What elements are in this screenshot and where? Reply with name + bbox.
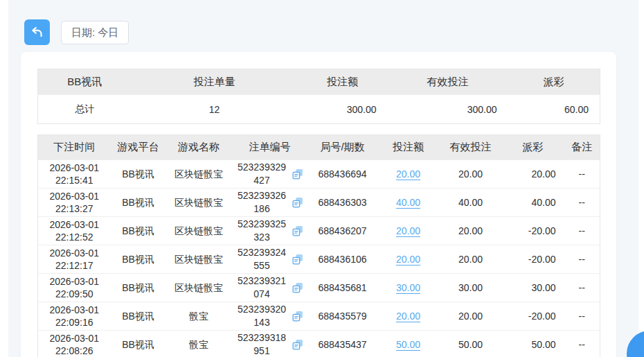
bet-amount-link[interactable]: 20.00 bbox=[396, 311, 420, 322]
back-button[interactable] bbox=[24, 19, 50, 45]
bet-amount-cell: 30.00 bbox=[377, 274, 440, 302]
copy-order-button[interactable] bbox=[292, 168, 304, 180]
platform-cell: BB视讯 bbox=[111, 302, 166, 331]
detail-col-bet-amount: 投注额 bbox=[377, 135, 440, 160]
copy-order-button[interactable] bbox=[292, 338, 304, 351]
table-row: 2026-03-01 22:15:41 BB视讯 区块链骰宝 523239329… bbox=[38, 160, 600, 189]
round-no-cell: 688436207 bbox=[308, 217, 377, 245]
bet-amount-link[interactable]: 20.00 bbox=[396, 225, 420, 236]
detail-col-bet-time: 下注时间 bbox=[38, 135, 111, 160]
bet-amount-cell: 20.00 bbox=[377, 160, 440, 189]
valid-bet-cell: 40.00 bbox=[440, 189, 502, 217]
summary-total-payout: 60.00 bbox=[508, 95, 600, 124]
summary-col-bet-amount: 投注额 bbox=[298, 69, 388, 95]
platform-cell: BB视讯 bbox=[111, 189, 166, 217]
report-card: BB视讯 投注单量 投注额 有效投注 派彩 总计 12 300.00 300.0… bbox=[21, 52, 616, 357]
valid-bet-cell: 50.00 bbox=[440, 331, 502, 357]
report-page: 日期: 今日 BB视讯 投注单量 投注额 有效投注 派彩 总计 12 300.0… bbox=[8, 0, 638, 357]
bet-time-cell: 2026-03-01 22:09:16 bbox=[38, 302, 111, 331]
valid-bet-cell: 20.00 bbox=[440, 160, 502, 189]
payout-cell: -20.00 bbox=[502, 245, 564, 274]
payout-cell: 20.00 bbox=[502, 160, 564, 189]
floating-action-button[interactable] bbox=[627, 331, 644, 357]
order-no-cell: 523239326186 bbox=[232, 189, 308, 217]
remark-cell: -- bbox=[564, 245, 600, 274]
summary-table: BB视讯 投注单量 投注额 有效投注 派彩 总计 12 300.00 300.0… bbox=[37, 69, 600, 124]
bet-amount-link[interactable]: 50.00 bbox=[396, 339, 420, 350]
copy-icon bbox=[292, 168, 304, 180]
order-number: 523239318951 bbox=[235, 331, 288, 357]
valid-bet-cell: 20.00 bbox=[440, 217, 502, 245]
valid-bet-cell: 30.00 bbox=[440, 274, 502, 302]
bet-time-cell: 2026-03-01 22:13:27 bbox=[38, 189, 111, 217]
bet-amount-link[interactable]: 30.00 bbox=[396, 282, 420, 293]
bet-amount-cell: 40.00 bbox=[377, 189, 440, 217]
payout-cell: 50.00 bbox=[502, 331, 564, 357]
copy-order-button[interactable] bbox=[292, 225, 304, 237]
remark-cell: -- bbox=[564, 160, 600, 189]
detail-col-round-no: 局号/期数 bbox=[308, 135, 377, 160]
order-number: 523239325323 bbox=[235, 218, 288, 244]
bet-time-cell: 2026-03-01 22:08:26 bbox=[38, 331, 111, 357]
table-row: 2026-03-01 22:12:52 BB视讯 区块链骰宝 523239325… bbox=[38, 217, 600, 245]
detail-col-game-name: 游戏名称 bbox=[166, 135, 232, 160]
copy-icon bbox=[292, 281, 304, 294]
order-no-cell: 523239329427 bbox=[232, 160, 308, 189]
summary-total-label: 总计 bbox=[38, 95, 132, 124]
table-row: 2026-03-01 22:09:16 BB视讯 骰宝 523239320143… bbox=[38, 302, 600, 331]
order-no-cell: 523239318951 bbox=[232, 331, 308, 357]
remark-cell: -- bbox=[564, 331, 600, 357]
payout-cell: -20.00 bbox=[502, 217, 564, 245]
copy-order-button[interactable] bbox=[292, 281, 304, 294]
valid-bet-cell: 20.00 bbox=[440, 245, 502, 274]
bet-time-cell: 2026-03-01 22:12:17 bbox=[38, 245, 111, 274]
copy-icon bbox=[292, 338, 304, 351]
copy-icon bbox=[292, 225, 304, 237]
remark-cell: -- bbox=[564, 302, 600, 331]
order-number: 523239329427 bbox=[235, 161, 288, 187]
bet-amount-link[interactable]: 20.00 bbox=[396, 168, 420, 180]
platform-cell: BB视讯 bbox=[111, 160, 166, 189]
date-filter-label: 日期: 今日 bbox=[71, 26, 118, 40]
round-no-cell: 688436303 bbox=[308, 189, 377, 217]
payout-cell: -20.00 bbox=[502, 302, 564, 331]
date-filter-chip[interactable]: 日期: 今日 bbox=[61, 21, 129, 44]
game-name-cell: 区块链骰宝 bbox=[166, 189, 232, 217]
payout-cell: 30.00 bbox=[502, 274, 564, 302]
summary-total-row: 总计 12 300.00 300.00 60.00 bbox=[38, 95, 600, 124]
copy-order-button[interactable] bbox=[292, 310, 304, 322]
round-no-cell: 688436106 bbox=[308, 245, 377, 274]
remark-cell: -- bbox=[564, 217, 600, 245]
detail-col-remark: 备注 bbox=[564, 135, 600, 160]
bet-time-cell: 2026-03-01 22:09:50 bbox=[38, 274, 111, 302]
detail-header-row: 下注时间 游戏平台 游戏名称 注单编号 局号/期数 投注额 有效投注 派彩 备注 bbox=[38, 135, 600, 160]
bet-amount-link[interactable]: 20.00 bbox=[396, 254, 420, 265]
game-name-cell: 骰宝 bbox=[166, 302, 232, 331]
copy-order-button[interactable] bbox=[292, 253, 304, 265]
detail-col-valid-bet: 有效投注 bbox=[440, 135, 502, 160]
copy-order-button[interactable] bbox=[292, 196, 304, 209]
copy-icon bbox=[292, 196, 304, 209]
order-no-cell: 523239324555 bbox=[232, 245, 308, 274]
detail-col-order-no: 注单编号 bbox=[232, 135, 308, 160]
round-no-cell: 688435437 bbox=[308, 331, 377, 357]
remark-cell: -- bbox=[564, 189, 600, 217]
summary-total-valid-bet: 300.00 bbox=[388, 95, 508, 124]
game-name-cell: 区块链骰宝 bbox=[166, 160, 232, 189]
order-no-cell: 523239320143 bbox=[232, 302, 308, 331]
back-arrow-icon bbox=[30, 25, 44, 40]
platform-cell: BB视讯 bbox=[111, 274, 166, 302]
detail-col-platform: 游戏平台 bbox=[111, 135, 166, 160]
order-number: 523239321074 bbox=[235, 275, 288, 301]
bet-amount-link[interactable]: 40.00 bbox=[396, 197, 420, 208]
table-row: 2026-03-01 22:13:27 BB视讯 区块链骰宝 523239326… bbox=[38, 189, 600, 217]
copy-icon bbox=[292, 253, 304, 265]
bet-time-cell: 2026-03-01 22:15:41 bbox=[38, 160, 111, 189]
round-no-cell: 688435579 bbox=[308, 302, 377, 331]
table-row: 2026-03-01 22:08:26 BB视讯 骰宝 523239318951… bbox=[38, 331, 600, 357]
round-no-cell: 688435681 bbox=[308, 274, 377, 302]
order-number: 523239324555 bbox=[235, 246, 288, 272]
detail-table-body: 2026-03-01 22:15:41 BB视讯 区块链骰宝 523239329… bbox=[38, 160, 600, 357]
game-name-cell: 区块链骰宝 bbox=[166, 274, 232, 302]
order-no-cell: 523239321074 bbox=[232, 274, 308, 302]
